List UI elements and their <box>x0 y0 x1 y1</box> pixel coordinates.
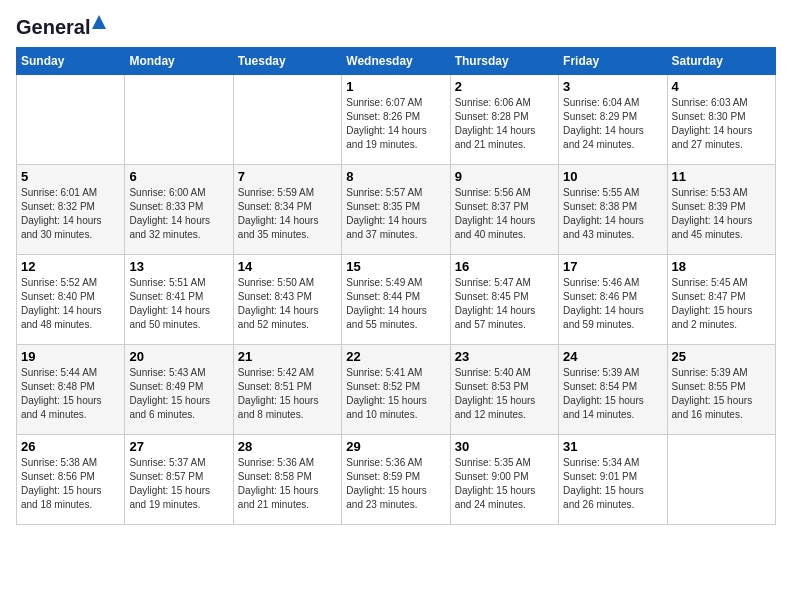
calendar-cell: 14Sunrise: 5:50 AM Sunset: 8:43 PM Dayli… <box>233 255 341 345</box>
day-info: Sunrise: 5:36 AM Sunset: 8:59 PM Dayligh… <box>346 456 445 512</box>
day-of-week-header: Tuesday <box>233 48 341 75</box>
day-number: 16 <box>455 259 554 274</box>
calendar-cell: 25Sunrise: 5:39 AM Sunset: 8:55 PM Dayli… <box>667 345 775 435</box>
calendar-cell: 22Sunrise: 5:41 AM Sunset: 8:52 PM Dayli… <box>342 345 450 435</box>
calendar-cell <box>667 435 775 525</box>
calendar-cell: 29Sunrise: 5:36 AM Sunset: 8:59 PM Dayli… <box>342 435 450 525</box>
calendar-cell: 10Sunrise: 5:55 AM Sunset: 8:38 PM Dayli… <box>559 165 667 255</box>
day-number: 13 <box>129 259 228 274</box>
calendar-cell: 4Sunrise: 6:03 AM Sunset: 8:30 PM Daylig… <box>667 75 775 165</box>
day-info: Sunrise: 6:06 AM Sunset: 8:28 PM Dayligh… <box>455 96 554 152</box>
day-number: 25 <box>672 349 771 364</box>
calendar-cell: 21Sunrise: 5:42 AM Sunset: 8:51 PM Dayli… <box>233 345 341 435</box>
day-info: Sunrise: 6:03 AM Sunset: 8:30 PM Dayligh… <box>672 96 771 152</box>
calendar-week-row: 1Sunrise: 6:07 AM Sunset: 8:26 PM Daylig… <box>17 75 776 165</box>
day-number: 12 <box>21 259 120 274</box>
day-number: 14 <box>238 259 337 274</box>
day-number: 31 <box>563 439 662 454</box>
day-info: Sunrise: 5:59 AM Sunset: 8:34 PM Dayligh… <box>238 186 337 242</box>
calendar-cell: 12Sunrise: 5:52 AM Sunset: 8:40 PM Dayli… <box>17 255 125 345</box>
day-number: 24 <box>563 349 662 364</box>
calendar-cell: 23Sunrise: 5:40 AM Sunset: 8:53 PM Dayli… <box>450 345 558 435</box>
calendar-header: SundayMondayTuesdayWednesdayThursdayFrid… <box>17 48 776 75</box>
calendar-cell: 28Sunrise: 5:36 AM Sunset: 8:58 PM Dayli… <box>233 435 341 525</box>
day-number: 2 <box>455 79 554 94</box>
day-info: Sunrise: 5:35 AM Sunset: 9:00 PM Dayligh… <box>455 456 554 512</box>
calendar-cell: 17Sunrise: 5:46 AM Sunset: 8:46 PM Dayli… <box>559 255 667 345</box>
day-number: 11 <box>672 169 771 184</box>
day-number: 8 <box>346 169 445 184</box>
header-row: SundayMondayTuesdayWednesdayThursdayFrid… <box>17 48 776 75</box>
calendar-cell <box>17 75 125 165</box>
calendar-body: 1Sunrise: 6:07 AM Sunset: 8:26 PM Daylig… <box>17 75 776 525</box>
calendar-cell <box>125 75 233 165</box>
day-info: Sunrise: 5:42 AM Sunset: 8:51 PM Dayligh… <box>238 366 337 422</box>
day-info: Sunrise: 6:07 AM Sunset: 8:26 PM Dayligh… <box>346 96 445 152</box>
calendar-cell: 13Sunrise: 5:51 AM Sunset: 8:41 PM Dayli… <box>125 255 233 345</box>
day-info: Sunrise: 6:01 AM Sunset: 8:32 PM Dayligh… <box>21 186 120 242</box>
calendar-week-row: 19Sunrise: 5:44 AM Sunset: 8:48 PM Dayli… <box>17 345 776 435</box>
calendar-cell: 2Sunrise: 6:06 AM Sunset: 8:28 PM Daylig… <box>450 75 558 165</box>
calendar-week-row: 12Sunrise: 5:52 AM Sunset: 8:40 PM Dayli… <box>17 255 776 345</box>
day-of-week-header: Wednesday <box>342 48 450 75</box>
calendar-cell: 16Sunrise: 5:47 AM Sunset: 8:45 PM Dayli… <box>450 255 558 345</box>
day-info: Sunrise: 5:57 AM Sunset: 8:35 PM Dayligh… <box>346 186 445 242</box>
day-info: Sunrise: 5:40 AM Sunset: 8:53 PM Dayligh… <box>455 366 554 422</box>
calendar-cell: 31Sunrise: 5:34 AM Sunset: 9:01 PM Dayli… <box>559 435 667 525</box>
day-number: 4 <box>672 79 771 94</box>
logo-general: General <box>16 16 90 39</box>
day-info: Sunrise: 5:44 AM Sunset: 8:48 PM Dayligh… <box>21 366 120 422</box>
day-number: 9 <box>455 169 554 184</box>
day-info: Sunrise: 6:04 AM Sunset: 8:29 PM Dayligh… <box>563 96 662 152</box>
day-of-week-header: Friday <box>559 48 667 75</box>
calendar-cell: 8Sunrise: 5:57 AM Sunset: 8:35 PM Daylig… <box>342 165 450 255</box>
day-info: Sunrise: 5:49 AM Sunset: 8:44 PM Dayligh… <box>346 276 445 332</box>
calendar-table: SundayMondayTuesdayWednesdayThursdayFrid… <box>16 47 776 525</box>
calendar-cell: 18Sunrise: 5:45 AM Sunset: 8:47 PM Dayli… <box>667 255 775 345</box>
calendar-cell: 3Sunrise: 6:04 AM Sunset: 8:29 PM Daylig… <box>559 75 667 165</box>
day-number: 3 <box>563 79 662 94</box>
day-number: 6 <box>129 169 228 184</box>
day-of-week-header: Sunday <box>17 48 125 75</box>
day-info: Sunrise: 5:55 AM Sunset: 8:38 PM Dayligh… <box>563 186 662 242</box>
day-number: 29 <box>346 439 445 454</box>
calendar-cell: 7Sunrise: 5:59 AM Sunset: 8:34 PM Daylig… <box>233 165 341 255</box>
calendar-cell: 27Sunrise: 5:37 AM Sunset: 8:57 PM Dayli… <box>125 435 233 525</box>
calendar-cell: 19Sunrise: 5:44 AM Sunset: 8:48 PM Dayli… <box>17 345 125 435</box>
day-number: 17 <box>563 259 662 274</box>
day-number: 7 <box>238 169 337 184</box>
logo-arrow-icon <box>92 15 106 33</box>
day-number: 28 <box>238 439 337 454</box>
day-info: Sunrise: 5:43 AM Sunset: 8:49 PM Dayligh… <box>129 366 228 422</box>
day-of-week-header: Saturday <box>667 48 775 75</box>
day-of-week-header: Thursday <box>450 48 558 75</box>
day-number: 21 <box>238 349 337 364</box>
day-info: Sunrise: 5:53 AM Sunset: 8:39 PM Dayligh… <box>672 186 771 242</box>
day-info: Sunrise: 5:56 AM Sunset: 8:37 PM Dayligh… <box>455 186 554 242</box>
day-number: 1 <box>346 79 445 94</box>
day-number: 23 <box>455 349 554 364</box>
day-number: 27 <box>129 439 228 454</box>
calendar-cell: 9Sunrise: 5:56 AM Sunset: 8:37 PM Daylig… <box>450 165 558 255</box>
calendar-cell: 15Sunrise: 5:49 AM Sunset: 8:44 PM Dayli… <box>342 255 450 345</box>
day-info: Sunrise: 5:46 AM Sunset: 8:46 PM Dayligh… <box>563 276 662 332</box>
day-number: 26 <box>21 439 120 454</box>
day-number: 15 <box>346 259 445 274</box>
calendar-cell: 20Sunrise: 5:43 AM Sunset: 8:49 PM Dayli… <box>125 345 233 435</box>
calendar-cell: 26Sunrise: 5:38 AM Sunset: 8:56 PM Dayli… <box>17 435 125 525</box>
day-number: 30 <box>455 439 554 454</box>
day-number: 19 <box>21 349 120 364</box>
day-number: 18 <box>672 259 771 274</box>
day-info: Sunrise: 5:45 AM Sunset: 8:47 PM Dayligh… <box>672 276 771 332</box>
day-info: Sunrise: 5:37 AM Sunset: 8:57 PM Dayligh… <box>129 456 228 512</box>
day-info: Sunrise: 5:50 AM Sunset: 8:43 PM Dayligh… <box>238 276 337 332</box>
day-info: Sunrise: 5:41 AM Sunset: 8:52 PM Dayligh… <box>346 366 445 422</box>
day-number: 5 <box>21 169 120 184</box>
calendar-cell: 6Sunrise: 6:00 AM Sunset: 8:33 PM Daylig… <box>125 165 233 255</box>
calendar-cell: 24Sunrise: 5:39 AM Sunset: 8:54 PM Dayli… <box>559 345 667 435</box>
svg-marker-0 <box>92 15 106 29</box>
calendar-week-row: 5Sunrise: 6:01 AM Sunset: 8:32 PM Daylig… <box>17 165 776 255</box>
page-header: General <box>16 16 776 35</box>
day-number: 10 <box>563 169 662 184</box>
day-info: Sunrise: 5:52 AM Sunset: 8:40 PM Dayligh… <box>21 276 120 332</box>
